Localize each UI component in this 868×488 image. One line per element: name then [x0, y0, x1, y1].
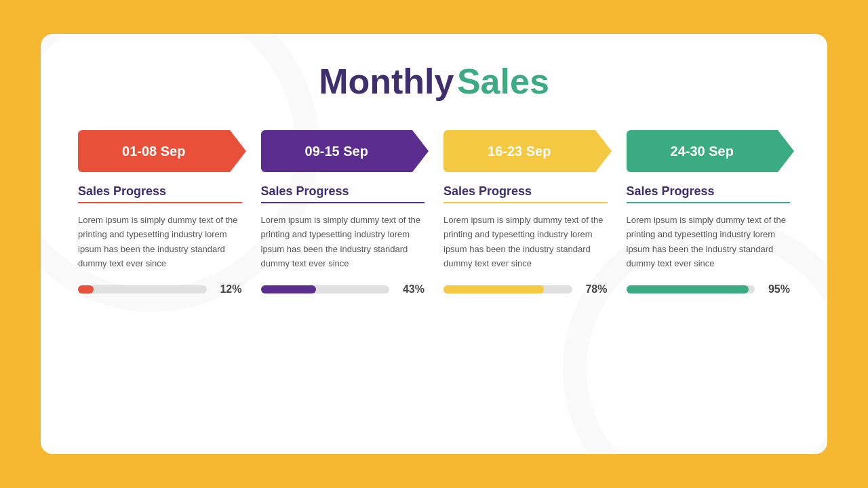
- arrow-badge-2: 09-15 Sep: [261, 130, 413, 172]
- section-title-1: Sales Progress: [78, 184, 242, 203]
- section-title-3: Sales Progress: [443, 184, 608, 203]
- progress-row-4: 95%: [627, 283, 791, 296]
- progress-track-3: [443, 285, 572, 293]
- arrow-badge-4: 24-30 Sep: [627, 130, 778, 172]
- progress-row-3: 78%: [443, 283, 608, 296]
- title-monthly: Monthly: [319, 62, 454, 101]
- main-card: Monthly Sales 01-08 Sep Sales Progress L…: [41, 34, 827, 454]
- column-3: 16-23 Sep Sales Progress Lorem ipsum is …: [443, 130, 608, 296]
- progress-track-4: [627, 285, 755, 293]
- progress-track-1: [78, 285, 207, 293]
- progress-fill-1: [78, 285, 94, 293]
- column-4: 24-30 Sep Sales Progress Lorem ipsum is …: [627, 130, 791, 296]
- title-sales: Sales: [457, 62, 549, 101]
- body-text-3: Lorem ipsum is simply dummy text of the …: [443, 213, 608, 271]
- progress-pct-3: 78%: [579, 283, 608, 296]
- column-2: 09-15 Sep Sales Progress Lorem ipsum is …: [261, 130, 425, 296]
- body-text-1: Lorem ipsum is simply dummy text of the …: [78, 213, 242, 271]
- progress-row-1: 12%: [78, 283, 242, 296]
- section-title-4: Sales Progress: [627, 184, 791, 203]
- badge-label-4: 24-30 Sep: [671, 144, 734, 159]
- arrow-badge-3: 16-23 Sep: [443, 130, 595, 172]
- badge-label-2: 09-15 Sep: [305, 144, 368, 159]
- column-1: 01-08 Sep Sales Progress Lorem ipsum is …: [78, 130, 242, 296]
- progress-fill-3: [443, 285, 544, 293]
- progress-pct-1: 12%: [214, 283, 242, 296]
- badge-label-1: 01-08 Sep: [122, 144, 185, 159]
- page-title: Monthly Sales: [78, 61, 790, 102]
- section-title-2: Sales Progress: [261, 184, 425, 203]
- progress-pct-4: 95%: [762, 283, 790, 296]
- progress-fill-4: [627, 285, 749, 293]
- progress-fill-2: [261, 285, 316, 293]
- arrow-badge-1: 01-08 Sep: [78, 130, 230, 172]
- progress-track-2: [261, 285, 390, 293]
- badge-label-3: 16-23 Sep: [488, 144, 551, 159]
- progress-pct-2: 43%: [396, 283, 425, 296]
- columns-container: 01-08 Sep Sales Progress Lorem ipsum is …: [78, 130, 790, 296]
- body-text-2: Lorem ipsum is simply dummy text of the …: [261, 213, 425, 271]
- progress-row-2: 43%: [261, 283, 425, 296]
- body-text-4: Lorem ipsum is simply dummy text of the …: [627, 213, 791, 271]
